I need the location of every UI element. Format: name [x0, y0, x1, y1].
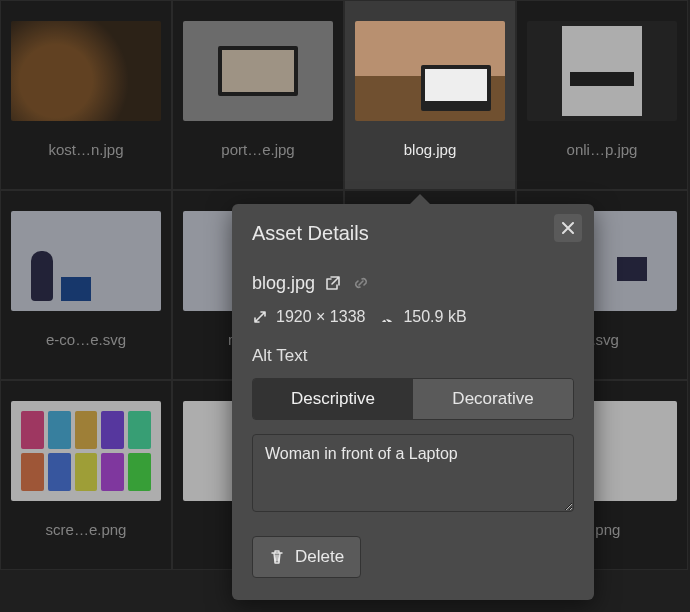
filename-label: e-co…e.svg	[1, 331, 171, 362]
asset-cell[interactable]: kost…n.jpg	[0, 0, 172, 190]
delete-label: Delete	[295, 547, 344, 567]
alt-text-input[interactable]: Woman in front of a Laptop	[252, 434, 574, 512]
asset-cell[interactable]: port…e.jpg	[172, 0, 344, 190]
alt-text-label: Alt Text	[252, 346, 574, 366]
close-icon	[562, 222, 574, 234]
filename-label: kost…n.jpg	[1, 141, 171, 172]
filename-label: blog.jpg	[345, 141, 515, 172]
asset-cell[interactable]: onli…p.jpg	[516, 0, 688, 190]
thumbnail	[11, 211, 161, 311]
dimensions-value: 1920 × 1338	[276, 308, 365, 326]
seg-descriptive-button[interactable]: Descriptive	[253, 379, 413, 419]
thumbnail	[11, 401, 161, 501]
thumbnail	[527, 21, 677, 121]
link-icon[interactable]	[353, 275, 371, 293]
close-button[interactable]	[554, 214, 582, 242]
popover-title: Asset Details	[252, 222, 574, 245]
thumbnail	[11, 21, 161, 121]
dimensions-icon	[252, 309, 268, 325]
filename-label: scre…e.png	[1, 521, 171, 552]
asset-filename: blog.jpg	[252, 273, 315, 294]
thumbnail	[183, 21, 333, 121]
metadata-row: 1920 × 1338 150.9 kB	[252, 308, 574, 326]
delete-button[interactable]: Delete	[252, 536, 361, 578]
trash-icon	[269, 549, 285, 565]
alt-text-mode-segmented: Descriptive Decorative	[252, 378, 574, 420]
filename-label: onli…p.jpg	[517, 141, 687, 172]
asset-cell[interactable]: e-co…e.svg	[0, 190, 172, 380]
asset-details-popover: Asset Details blog.jpg 1920 × 1338 150.9…	[232, 204, 594, 600]
asset-cell[interactable]: scre…e.png	[0, 380, 172, 570]
filename-label: port…e.jpg	[173, 141, 343, 172]
filesize-icon	[379, 309, 395, 325]
open-external-icon[interactable]	[325, 275, 343, 293]
filename-row: blog.jpg	[252, 273, 574, 294]
seg-decorative-button[interactable]: Decorative	[413, 379, 573, 419]
asset-cell-selected[interactable]: blog.jpg	[344, 0, 516, 190]
thumbnail	[355, 21, 505, 121]
filesize-value: 150.9 kB	[403, 308, 466, 326]
